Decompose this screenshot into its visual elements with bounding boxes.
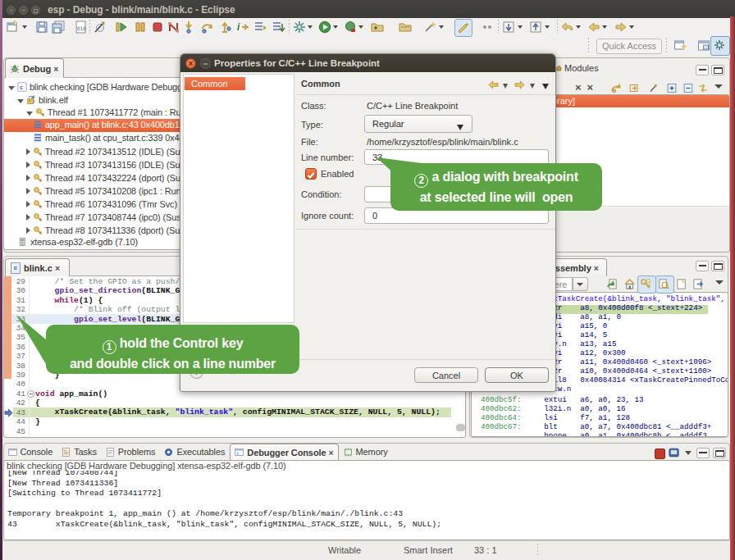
svg-text:c: c	[20, 84, 23, 91]
svg-text:i: i	[237, 21, 240, 33]
svg-text:010: 010	[77, 25, 86, 31]
